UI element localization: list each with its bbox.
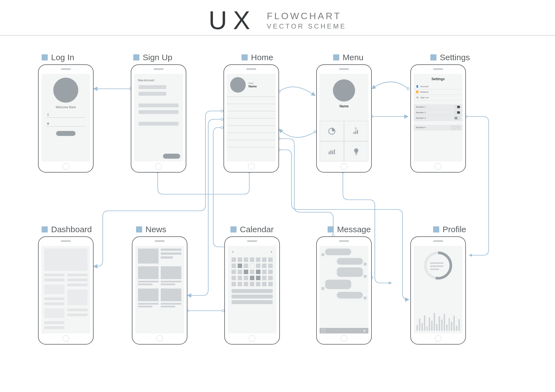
cap-settings-text: Settings: [440, 53, 470, 62]
signup-button[interactable]: [163, 154, 180, 159]
bullet-icon: [328, 226, 334, 232]
cap-signup: Sign Up: [133, 53, 172, 62]
bullet-icon: [230, 226, 237, 232]
username-field[interactable]: [46, 112, 85, 118]
header-ux: UX: [209, 6, 256, 35]
screen-login: Welcome Back: [38, 64, 94, 173]
cap-home-text: Home: [251, 53, 273, 62]
settings-toggle-3[interactable]: Number 3: [414, 115, 463, 121]
power-icon: ⏻: [416, 96, 419, 99]
screen-signup: New Account: [131, 64, 186, 173]
home-row[interactable]: [227, 111, 276, 118]
login-button[interactable]: [56, 131, 76, 136]
home-row[interactable]: [227, 140, 276, 147]
msg-in: [325, 249, 351, 255]
menu-name: Name: [320, 104, 368, 108]
cap-message: Message: [328, 225, 371, 234]
home-row[interactable]: [227, 97, 276, 104]
screen-news: [132, 236, 187, 345]
send-icon[interactable]: ➤: [363, 328, 366, 333]
calendar-month: [252, 249, 253, 254]
signup-field-2[interactable]: [139, 92, 166, 96]
menu-tile-pie[interactable]: [320, 121, 344, 141]
menu-tile-idea[interactable]: [344, 141, 368, 161]
bullet-icon: [42, 54, 48, 60]
calendar-event[interactable]: [232, 295, 273, 299]
avatar-icon: [53, 78, 78, 103]
dash-hero: [44, 249, 87, 271]
cap-message-text: Message: [337, 225, 371, 234]
news-tile[interactable]: [161, 266, 181, 286]
home-row[interactable]: [227, 133, 276, 140]
signup-field-4[interactable]: [139, 110, 179, 114]
svg-rect-27: [357, 130, 358, 134]
settings-toggle-label: Number 1: [416, 106, 426, 108]
msg-out: [337, 292, 363, 299]
image-placeholder: [138, 249, 159, 264]
calendar-grid[interactable]: [232, 257, 273, 286]
avatar-icon: [230, 77, 246, 93]
screen-profile: [410, 236, 466, 345]
settings-title: Settings: [414, 74, 463, 84]
calendar-event[interactable]: [232, 289, 273, 293]
svg-point-22: [47, 113, 49, 115]
calendar-nav: ‹ ›: [228, 246, 277, 256]
toggle-icon[interactable]: [454, 111, 460, 114]
svg-rect-32: [355, 153, 357, 154]
signup-field-1[interactable]: [139, 85, 166, 89]
calendar-event[interactable]: [232, 300, 273, 304]
toggle-icon[interactable]: [454, 105, 460, 108]
bullet-icon: [430, 54, 436, 60]
cap-login-text: Log In: [51, 53, 74, 62]
home-your: Your: [248, 82, 257, 85]
svg-point-21: [222, 310, 224, 312]
user-icon: 👤: [416, 85, 419, 88]
bulb-icon: [352, 147, 360, 156]
bullet-icon: [136, 226, 142, 232]
menu-tile-growth[interactable]: $↑: [344, 121, 368, 141]
settings-row-account[interactable]: 👤Account: [414, 84, 463, 89]
settings-stepper[interactable]: Number 4−+: [414, 125, 463, 130]
settings-toggle-label: Number 2: [416, 111, 426, 114]
toggle-icon[interactable]: [454, 117, 460, 120]
settings-toggle-1[interactable]: Number 1: [414, 104, 463, 110]
home-row[interactable]: [227, 126, 276, 133]
settings-row-label: Network: [420, 91, 428, 93]
screen-calendar: ‹ ›: [224, 236, 280, 345]
cap-profile-text: Profile: [443, 225, 466, 234]
user-icon: [46, 113, 50, 116]
svg-marker-16: [389, 282, 392, 284]
header-line2: VECTOR SCHEME: [267, 22, 346, 30]
cap-home: Home: [242, 53, 273, 62]
news-tile[interactable]: [161, 289, 181, 308]
bullet-icon: [242, 54, 248, 60]
signup-field-3[interactable]: [139, 103, 179, 107]
signup-field-5[interactable]: [139, 122, 179, 126]
chevron-right-icon[interactable]: ›: [271, 249, 272, 254]
stepper-icon[interactable]: −+: [451, 126, 460, 129]
settings-stepper-label: Number 4: [416, 126, 426, 129]
news-tile[interactable]: [138, 266, 159, 286]
svg-point-5: [314, 131, 316, 133]
attach-icon[interactable]: [322, 329, 325, 332]
home-row[interactable]: [227, 104, 276, 111]
news-hero[interactable]: [138, 249, 181, 264]
cap-dashboard-text: Dashboard: [51, 225, 92, 234]
settings-toggle-2[interactable]: Number 2: [414, 110, 463, 115]
chevron-left-icon[interactable]: ‹: [232, 249, 233, 254]
menu-tile-bars[interactable]: [320, 141, 344, 161]
home-row[interactable]: [227, 118, 276, 126]
cap-login: Log In: [42, 53, 74, 62]
cap-news-text: News: [145, 225, 166, 234]
message-input-bar[interactable]: ➤: [320, 328, 368, 333]
cap-news: News: [136, 225, 166, 234]
svg-rect-26: [355, 131, 356, 134]
settings-row-signout[interactable]: ⏻Sign out: [414, 95, 463, 100]
bullet-icon: [42, 226, 48, 232]
cap-calendar-text: Calendar: [240, 225, 274, 234]
news-tile[interactable]: [138, 289, 159, 308]
cap-menu-text: Menu: [343, 53, 363, 62]
settings-row-network[interactable]: 📶Network: [414, 89, 463, 95]
svg-rect-29: [330, 150, 332, 154]
password-field[interactable]: [46, 120, 85, 127]
